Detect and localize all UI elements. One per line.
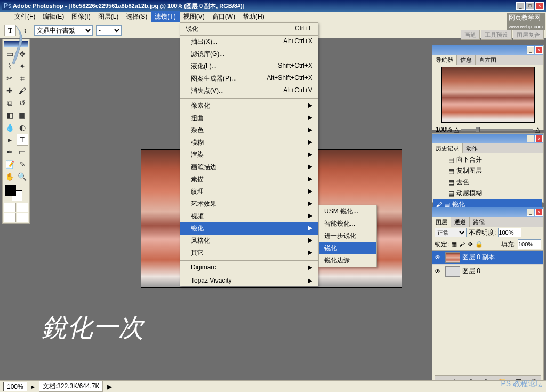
filter-sharpen[interactable]: 锐化▶ (180, 222, 318, 235)
max-button[interactable]: □ (526, 2, 534, 10)
history-merge-down[interactable]: ▤向下合并 (433, 154, 542, 165)
zoom-tool[interactable]: 🔍 (17, 171, 29, 182)
well-brushes[interactable]: 画笔 (461, 30, 480, 40)
foreground-swatch[interactable] (6, 186, 15, 195)
filter-texture[interactable]: 纹理▶ (180, 186, 318, 198)
lock-all-icon[interactable]: 🔒 (475, 241, 483, 248)
well-tool-presets[interactable]: 工具预设 (481, 30, 512, 40)
history-brush-tool[interactable]: ↺ (17, 97, 29, 109)
sharpen-more[interactable]: 进一步锐化 (319, 230, 376, 242)
layers-min[interactable]: _ (527, 209, 534, 216)
sharpen-usm[interactable]: USM 锐化... (319, 205, 376, 218)
menu-file[interactable]: 文件(F) (11, 11, 39, 22)
history-copy-layer[interactable]: ▤复制图层 (433, 165, 542, 177)
fill-input[interactable] (518, 239, 541, 249)
sharpen-edges[interactable]: 锐化边缘 (319, 254, 376, 267)
filter-pattern[interactable]: 图案生成器(P)...Alt+Shift+Ctrl+X (180, 73, 318, 85)
filter-blur[interactable]: 模糊▶ (180, 137, 318, 149)
history-desat[interactable]: ▤去色 (433, 177, 542, 188)
crop-tool[interactable]: ✂ (4, 73, 16, 84)
menu-window[interactable]: 窗口(W) (208, 11, 239, 22)
filter-pixelate[interactable]: 像素化▶ (180, 100, 318, 112)
visibility-icon[interactable]: 👁 (432, 268, 443, 275)
font-family-select[interactable]: 文鼎中行書繁 (34, 25, 93, 36)
history-close[interactable]: × (535, 135, 543, 142)
menu-select[interactable]: 选择(S) (122, 11, 151, 22)
eraser-tool[interactable]: ◧ (4, 109, 16, 121)
tab-channels[interactable]: 通道 (451, 217, 470, 227)
zoom-out-icon[interactable]: △ (454, 126, 459, 133)
blur-tool[interactable]: 💧 (4, 122, 16, 133)
tab-layers[interactable]: 图层 (432, 217, 451, 227)
filter-noise[interactable]: 杂色▶ (180, 124, 318, 137)
color-swatches[interactable] (4, 185, 28, 202)
filter-sketch[interactable]: 素描▶ (180, 173, 318, 186)
slice-tool[interactable]: ⌗ (17, 73, 29, 84)
pen-tool[interactable]: ✒ (4, 146, 16, 158)
layer-0-copy[interactable]: 👁 图层 0 副本 (432, 251, 543, 265)
filter-gallery[interactable]: 滤镜库(G)... (180, 48, 318, 60)
tab-history[interactable]: 历史记录 (432, 143, 463, 153)
menu-layer[interactable]: 图层(L) (94, 11, 123, 22)
lock-position-icon[interactable]: ✥ (468, 241, 473, 248)
filter-last[interactable]: 锐化 (186, 25, 198, 34)
gradient-tool[interactable]: ▦ (17, 109, 29, 121)
eyedropper-tool[interactable]: ✎ (17, 158, 29, 170)
screen-std[interactable] (4, 213, 16, 222)
opacity-input[interactable] (498, 228, 521, 237)
notes-tool[interactable]: 📝 (4, 158, 16, 170)
menu-filter[interactable]: 滤镜(T) (151, 11, 179, 22)
screen-full[interactable] (17, 213, 29, 222)
tab-navigator[interactable]: 导航器 (432, 55, 457, 65)
close-button[interactable]: × (535, 2, 544, 10)
well-layer-comps[interactable]: 图层复合 (513, 30, 544, 40)
history-motion-blur[interactable]: ▤动感模糊 (433, 188, 542, 199)
quickmask-toggle[interactable] (4, 203, 16, 212)
zoom-slider[interactable] (461, 129, 533, 131)
screenmode-toggle[interactable] (17, 203, 29, 212)
navigator-preview[interactable] (441, 67, 535, 123)
filter-video[interactable]: 视频▶ (180, 210, 318, 222)
filter-brush-strokes[interactable]: 画笔描边▶ (180, 161, 318, 173)
filter-other[interactable]: 其它▶ (180, 247, 318, 259)
filter-digimarc[interactable]: Digimarc▶ (180, 262, 318, 273)
status-arrow-icon[interactable]: ▶ (107, 383, 112, 390)
filter-artistic[interactable]: 艺术效果▶ (180, 198, 318, 210)
filter-stylize[interactable]: 风格化▶ (180, 235, 318, 247)
lock-paint-icon[interactable]: 🖌 (459, 241, 465, 248)
menu-edit[interactable]: 编辑(E) (39, 11, 68, 22)
filter-render[interactable]: 渲染▶ (180, 149, 318, 161)
lock-transparency-icon[interactable]: ▦ (451, 241, 457, 248)
menu-help[interactable]: 帮助(H) (239, 11, 268, 22)
layer-0[interactable]: 👁 图层 0 (432, 265, 543, 278)
hand-tool[interactable]: ✋ (4, 171, 16, 182)
layers-close[interactable]: × (535, 209, 543, 216)
heal-tool[interactable]: ✚ (4, 85, 16, 97)
navigator-min[interactable]: _ (527, 46, 534, 54)
status-zoom[interactable]: 100% (3, 382, 27, 391)
filter-distort[interactable]: 扭曲▶ (180, 112, 318, 124)
menu-view[interactable]: 视图(V) (180, 11, 208, 22)
filter-liquify[interactable]: 液化(L)...Shift+Ctrl+X (180, 60, 318, 73)
filter-extract[interactable]: 抽出(X)...Alt+Ctrl+X (180, 36, 318, 48)
min-button[interactable]: _ (516, 2, 525, 10)
shape-tool[interactable]: ▭ (17, 146, 29, 158)
dodge-tool[interactable]: ◐ (17, 122, 29, 133)
filter-vanish[interactable]: 消失点(V)...Alt+Ctrl+V (180, 85, 318, 97)
sharpen-sharpen[interactable]: 锐化 (319, 242, 376, 254)
filter-topaz[interactable]: Topaz Vivacity▶ (180, 275, 318, 286)
zoom-in-icon[interactable]: △ (535, 126, 540, 133)
brush-tool[interactable]: 🖌 (17, 85, 29, 97)
font-style-select[interactable]: - (96, 25, 122, 36)
navigator-close[interactable]: × (535, 46, 543, 54)
tab-actions[interactable]: 动作 (463, 143, 481, 153)
path-tool[interactable]: ▸ (4, 134, 16, 146)
tab-info[interactable]: 信息 (457, 55, 476, 65)
sharpen-smart[interactable]: 智能锐化... (319, 218, 376, 230)
menu-image[interactable]: 图像(I) (68, 11, 94, 22)
visibility-icon[interactable]: 👁 (432, 254, 443, 261)
stamp-tool[interactable]: ⧉ (4, 97, 16, 109)
tab-histogram[interactable]: 直方图 (476, 55, 500, 65)
tab-paths[interactable]: 路径 (470, 217, 488, 227)
blend-mode-select[interactable]: 正常 (435, 228, 467, 237)
